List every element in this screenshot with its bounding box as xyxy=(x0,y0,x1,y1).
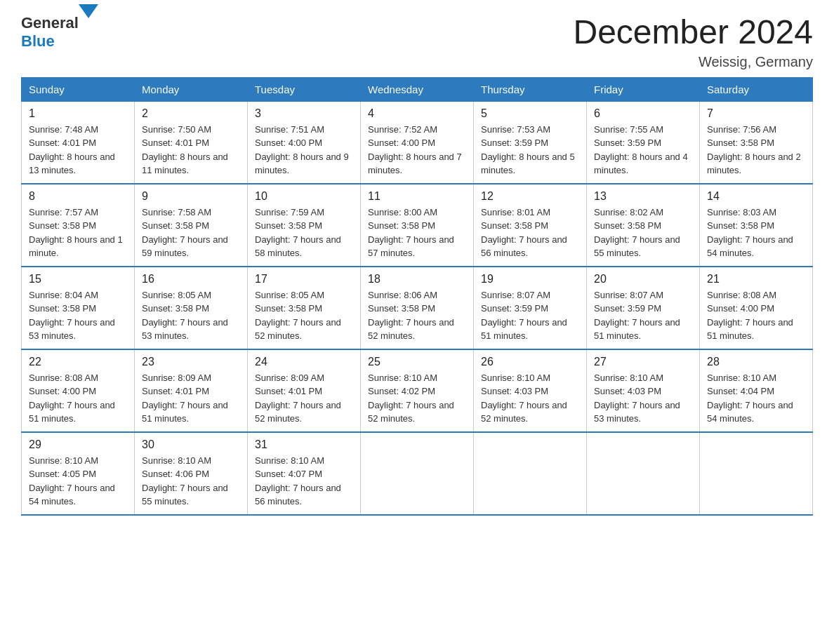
col-header-tuesday: Tuesday xyxy=(248,77,361,101)
calendar-cell: 22Sunrise: 8:08 AMSunset: 4:00 PMDayligh… xyxy=(22,349,135,432)
calendar-cell: 21Sunrise: 8:08 AMSunset: 4:00 PMDayligh… xyxy=(700,267,813,349)
calendar-cell: 11Sunrise: 8:00 AMSunset: 3:58 PMDayligh… xyxy=(361,184,474,267)
day-info: Sunrise: 8:10 AMSunset: 4:06 PMDaylight:… xyxy=(142,454,240,509)
calendar-cell: 31Sunrise: 8:10 AMSunset: 4:07 PMDayligh… xyxy=(248,432,361,515)
calendar-week-2: 8Sunrise: 7:57 AMSunset: 3:58 PMDaylight… xyxy=(22,184,813,267)
calendar-cell: 18Sunrise: 8:06 AMSunset: 3:58 PMDayligh… xyxy=(361,267,474,349)
calendar-cell: 3Sunrise: 7:51 AMSunset: 4:00 PMDaylight… xyxy=(248,101,361,184)
month-title: December 2024 xyxy=(573,14,813,51)
day-number: 9 xyxy=(142,190,240,203)
logo-text-block: General Blue xyxy=(21,14,98,51)
calendar-cell: 6Sunrise: 7:55 AMSunset: 3:59 PMDaylight… xyxy=(587,101,700,184)
day-info: Sunrise: 7:59 AMSunset: 3:58 PMDaylight:… xyxy=(255,206,353,260)
day-number: 22 xyxy=(29,356,127,368)
calendar-cell: 19Sunrise: 8:07 AMSunset: 3:59 PMDayligh… xyxy=(474,267,587,349)
day-number: 17 xyxy=(255,273,353,286)
day-info: Sunrise: 8:06 AMSunset: 3:58 PMDaylight:… xyxy=(368,288,466,343)
day-info: Sunrise: 8:02 AMSunset: 3:58 PMDaylight:… xyxy=(594,206,692,260)
day-number: 7 xyxy=(707,107,805,120)
day-number: 25 xyxy=(368,356,466,368)
day-info: Sunrise: 7:55 AMSunset: 3:59 PMDaylight:… xyxy=(594,123,692,177)
calendar-header-row: SundayMondayTuesdayWednesdayThursdayFrid… xyxy=(22,77,813,101)
calendar-cell: 29Sunrise: 8:10 AMSunset: 4:05 PMDayligh… xyxy=(22,432,135,515)
day-number: 15 xyxy=(29,273,127,286)
day-number: 24 xyxy=(255,356,353,368)
day-number: 31 xyxy=(255,438,353,451)
day-number: 5 xyxy=(481,107,579,120)
day-info: Sunrise: 8:08 AMSunset: 4:00 PMDaylight:… xyxy=(707,288,805,343)
day-info: Sunrise: 8:05 AMSunset: 3:58 PMDaylight:… xyxy=(255,288,353,343)
calendar-cell: 30Sunrise: 8:10 AMSunset: 4:06 PMDayligh… xyxy=(135,432,248,515)
day-number: 29 xyxy=(29,438,127,451)
day-number: 10 xyxy=(255,190,353,203)
day-info: Sunrise: 7:56 AMSunset: 3:58 PMDaylight:… xyxy=(707,123,805,177)
day-number: 1 xyxy=(29,107,127,120)
day-info: Sunrise: 8:01 AMSunset: 3:58 PMDaylight:… xyxy=(481,206,579,260)
calendar-cell: 12Sunrise: 8:01 AMSunset: 3:58 PMDayligh… xyxy=(474,184,587,267)
calendar-cell: 27Sunrise: 8:10 AMSunset: 4:03 PMDayligh… xyxy=(587,349,700,432)
day-info: Sunrise: 8:04 AMSunset: 3:58 PMDaylight:… xyxy=(29,288,127,343)
day-info: Sunrise: 7:51 AMSunset: 4:00 PMDaylight:… xyxy=(255,123,353,177)
day-number: 13 xyxy=(594,190,692,203)
calendar-cell: 25Sunrise: 8:10 AMSunset: 4:02 PMDayligh… xyxy=(361,349,474,432)
col-header-monday: Monday xyxy=(135,77,248,101)
day-number: 27 xyxy=(594,356,692,368)
day-info: Sunrise: 8:10 AMSunset: 4:07 PMDaylight:… xyxy=(255,454,353,509)
calendar-cell: 5Sunrise: 7:53 AMSunset: 3:59 PMDaylight… xyxy=(474,101,587,184)
col-header-thursday: Thursday xyxy=(474,77,587,101)
day-info: Sunrise: 8:09 AMSunset: 4:01 PMDaylight:… xyxy=(142,371,240,426)
calendar-cell: 8Sunrise: 7:57 AMSunset: 3:58 PMDaylight… xyxy=(22,184,135,267)
day-number: 16 xyxy=(142,273,240,286)
day-info: Sunrise: 7:58 AMSunset: 3:58 PMDaylight:… xyxy=(142,206,240,260)
calendar-cell: 16Sunrise: 8:05 AMSunset: 3:58 PMDayligh… xyxy=(135,267,248,349)
day-info: Sunrise: 8:07 AMSunset: 3:59 PMDaylight:… xyxy=(481,288,579,343)
day-info: Sunrise: 8:08 AMSunset: 4:00 PMDaylight:… xyxy=(29,371,127,426)
calendar-cell: 26Sunrise: 8:10 AMSunset: 4:03 PMDayligh… xyxy=(474,349,587,432)
location: Weissig, Germany xyxy=(573,54,813,70)
day-info: Sunrise: 8:09 AMSunset: 4:01 PMDaylight:… xyxy=(255,371,353,426)
day-info: Sunrise: 8:07 AMSunset: 3:59 PMDaylight:… xyxy=(594,288,692,343)
day-number: 19 xyxy=(481,273,579,286)
col-header-sunday: Sunday xyxy=(22,77,135,101)
logo-blue: Blue xyxy=(21,32,55,50)
calendar-week-3: 15Sunrise: 8:04 AMSunset: 3:58 PMDayligh… xyxy=(22,267,813,349)
day-number: 8 xyxy=(29,190,127,203)
page-header: General Blue December 2024 Weissig, Germ… xyxy=(21,14,813,70)
day-number: 21 xyxy=(707,273,805,286)
day-info: Sunrise: 8:00 AMSunset: 3:58 PMDaylight:… xyxy=(368,206,466,260)
calendar-cell: 14Sunrise: 8:03 AMSunset: 3:58 PMDayligh… xyxy=(700,184,813,267)
day-info: Sunrise: 7:48 AMSunset: 4:01 PMDaylight:… xyxy=(29,123,127,177)
day-number: 3 xyxy=(255,107,353,120)
day-info: Sunrise: 7:50 AMSunset: 4:01 PMDaylight:… xyxy=(142,123,240,177)
day-number: 30 xyxy=(142,438,240,451)
day-info: Sunrise: 8:10 AMSunset: 4:02 PMDaylight:… xyxy=(368,371,466,426)
logo: General Blue xyxy=(21,14,98,51)
calendar-cell: 9Sunrise: 7:58 AMSunset: 3:58 PMDaylight… xyxy=(135,184,248,267)
calendar-week-4: 22Sunrise: 8:08 AMSunset: 4:00 PMDayligh… xyxy=(22,349,813,432)
day-info: Sunrise: 7:52 AMSunset: 4:00 PMDaylight:… xyxy=(368,123,466,177)
day-number: 28 xyxy=(707,356,805,368)
calendar-cell: 24Sunrise: 8:09 AMSunset: 4:01 PMDayligh… xyxy=(248,349,361,432)
day-number: 2 xyxy=(142,107,240,120)
calendar-cell: 7Sunrise: 7:56 AMSunset: 3:58 PMDaylight… xyxy=(700,101,813,184)
title-block: December 2024 Weissig, Germany xyxy=(573,14,813,70)
calendar-cell xyxy=(700,432,813,515)
calendar-cell: 28Sunrise: 8:10 AMSunset: 4:04 PMDayligh… xyxy=(700,349,813,432)
calendar-cell xyxy=(361,432,474,515)
day-number: 26 xyxy=(481,356,579,368)
day-number: 11 xyxy=(368,190,466,203)
calendar-week-1: 1Sunrise: 7:48 AMSunset: 4:01 PMDaylight… xyxy=(22,101,813,184)
day-number: 6 xyxy=(594,107,692,120)
logo-general: General xyxy=(21,14,79,32)
day-number: 23 xyxy=(142,356,240,368)
col-header-saturday: Saturday xyxy=(700,77,813,101)
calendar-cell: 10Sunrise: 7:59 AMSunset: 3:58 PMDayligh… xyxy=(248,184,361,267)
calendar-cell: 20Sunrise: 8:07 AMSunset: 3:59 PMDayligh… xyxy=(587,267,700,349)
calendar-table: SundayMondayTuesdayWednesdayThursdayFrid… xyxy=(21,77,813,516)
calendar-cell: 17Sunrise: 8:05 AMSunset: 3:58 PMDayligh… xyxy=(248,267,361,349)
day-number: 4 xyxy=(368,107,466,120)
day-info: Sunrise: 8:05 AMSunset: 3:58 PMDaylight:… xyxy=(142,288,240,343)
day-info: Sunrise: 8:10 AMSunset: 4:04 PMDaylight:… xyxy=(707,371,805,426)
col-header-friday: Friday xyxy=(587,77,700,101)
calendar-cell: 15Sunrise: 8:04 AMSunset: 3:58 PMDayligh… xyxy=(22,267,135,349)
